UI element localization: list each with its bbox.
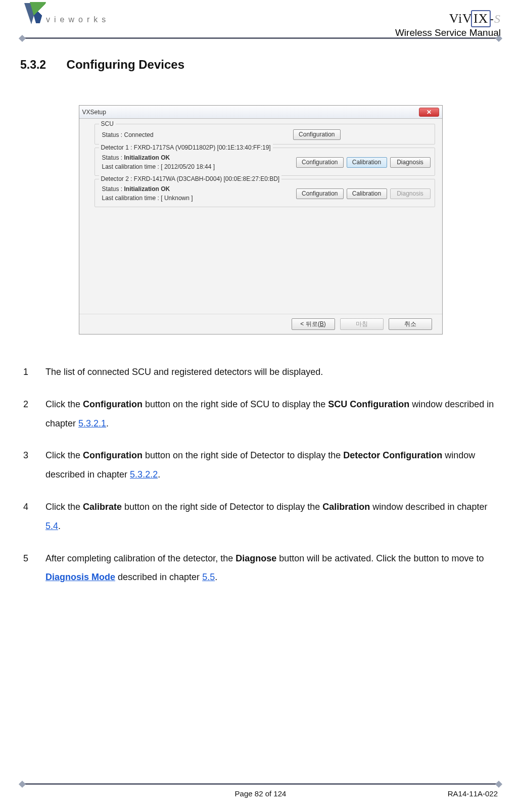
brand-logo: vieworks [23,2,110,25]
scu-group: SCU Status : Connected Configuration [94,124,435,145]
bold-text: Calibration [322,502,370,512]
step-item: 4Click the Calibrate button on the right… [23,498,497,536]
section-number: 5.3.2 [20,58,46,71]
section-title: Configuring Devices [67,58,184,71]
detector-group: Detector 1 : FXRD-1717SA (V09D11802P) [0… [94,148,435,176]
page-number: Page 82 of 124 [20,789,501,798]
product-part-ix: IX [472,11,489,26]
bold-text: Configuration [83,450,143,460]
scu-status: Status : Connected [99,130,291,139]
calibration-button[interactable]: Calibration [347,157,387,168]
text: . [215,572,217,582]
detector-info: Status : Initialization OKLast calibrati… [99,184,294,203]
text: Click the [45,502,83,512]
footer-rule [20,783,501,786]
step-text: After completing calibration of the dete… [45,549,497,588]
calib-time: Last calibration time : [ Unknown ] [102,194,294,203]
step-number: 4 [23,498,33,536]
rule-diamond-icon [19,781,26,788]
status-label: Status : [102,154,124,161]
window-footer: < 뒤로(B) 마침 취소 [79,314,442,334]
brand-mark-icon [23,2,46,25]
vxsetup-window: VXSetup ✕ SCU Status : Connected Configu… [79,105,443,335]
header-rule [20,37,501,40]
text: button on the right side of SCU to displ… [143,399,328,409]
bold-text: Diagnose [235,553,276,563]
finish-button[interactable]: 마침 [340,318,384,330]
xref-link[interactable]: 5.4 [45,521,58,531]
scu-configuration-button[interactable]: Configuration [293,129,340,140]
status-value: Initialization OK [124,154,170,161]
text: button on the right side of Detector to … [143,450,343,460]
window-title: VXSetup [82,109,106,116]
page-footer: Page 82 of 124 RA14-11A-022 [20,783,501,798]
step-text: Click the Configuration button on the ri… [45,395,497,434]
diagnosis-button[interactable]: Diagnosis [390,157,431,168]
xref-link[interactable]: 5.3.2.2 [130,469,158,480]
page-header: vieworks ViVIX-S Wireless Service Manual [20,0,501,40]
bold-text: SCU Configuration [328,399,409,409]
rule-diamond-icon [19,35,26,42]
bold-text: Detector Configuration [343,450,442,460]
product-part-s: S [494,12,501,25]
close-button[interactable]: ✕ [419,108,439,117]
step-text: Click the Configuration button on the ri… [45,446,497,485]
status-label: Status : [102,185,124,193]
configuration-button[interactable]: Configuration [296,157,343,168]
step-text: Click the Calibrate button on the right … [45,498,497,536]
brand-wordmark: vieworks [46,15,110,25]
xref-link[interactable]: 5.3.2.1 [78,418,106,428]
close-icon: ✕ [427,109,432,115]
detector-legend: Detector 2 : FXRD-1417WA (D3CABH-D004) [… [99,175,282,182]
scu-legend: SCU [99,120,116,127]
text: The list of connected SCU and registered… [45,367,323,377]
text: . [158,469,160,480]
text: . [58,521,61,531]
step-number: 3 [23,446,33,485]
text: button will be activated. Click the butt… [276,553,484,563]
back-button[interactable]: < 뒤로(B) [292,318,335,330]
text: window described in chapter [370,502,487,512]
text: . [106,418,109,428]
calib-time: Last calibration time : [ 2012/05/20 18:… [102,162,294,171]
bold-text: Calibrate [83,502,122,512]
step-number: 2 [23,395,33,434]
status-value: Initialization OK [124,185,170,193]
cancel-button[interactable]: 취소 [389,318,432,330]
text: button on the right side of Detector to … [122,502,322,512]
step-list: 1The list of connected SCU and registere… [23,363,497,587]
step-text: The list of connected SCU and registered… [45,363,497,382]
text: Click the [45,450,83,460]
text: After completing calibration of the dete… [45,553,235,563]
section-heading: 5.3.2 Configuring Devices [20,58,501,72]
step-number: 5 [23,549,33,588]
diagnosis-button: Diagnosis [390,188,431,199]
doc-title: Wireless Service Manual [395,27,501,38]
calibration-button[interactable]: Calibration [347,188,387,199]
step-number: 1 [23,363,33,382]
text: Click the [45,399,83,409]
window-titlebar: VXSetup ✕ [79,106,442,119]
step-item: 2Click the Configuration button on the r… [23,395,497,434]
bold-text: Configuration [83,399,143,409]
step-item: 5After completing calibration of the det… [23,549,497,588]
text: described in chapter [115,572,202,582]
xref-link[interactable]: 5.5 [202,572,215,582]
detector-info: Status : Initialization OKLast calibrati… [99,153,294,171]
configuration-button[interactable]: Configuration [296,188,343,199]
product-logo: ViVIX-S [395,11,501,26]
header-right: ViVIX-S Wireless Service Manual [395,11,501,38]
detector-group: Detector 2 : FXRD-1417WA (D3CABH-D004) [… [94,179,435,207]
rule-diamond-icon [495,781,502,788]
step-item: 3Click the Configuration button on the r… [23,446,497,485]
detector-legend: Detector 1 : FXRD-1717SA (V09D11802P) [0… [99,144,273,151]
product-part-a: ViV [449,11,472,26]
xref-link[interactable]: Diagnosis Mode [45,572,115,582]
step-item: 1The list of connected SCU and registere… [23,363,497,382]
